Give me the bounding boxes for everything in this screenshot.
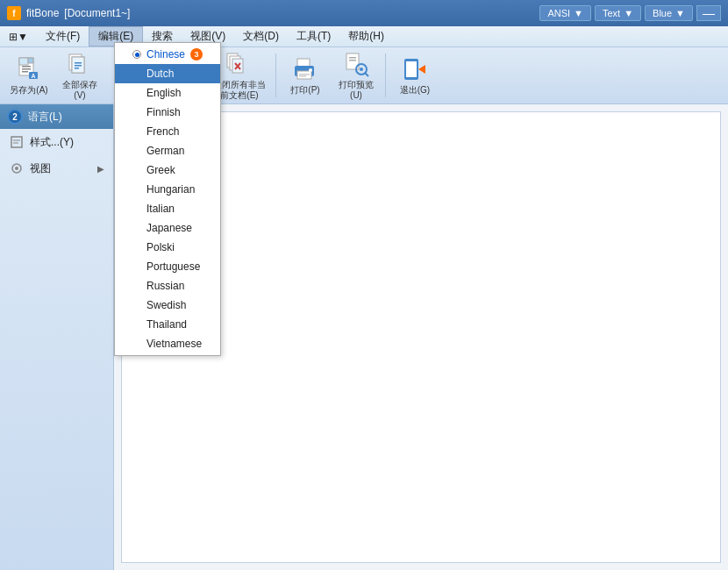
svg-rect-1 bbox=[19, 58, 28, 65]
language-dropdown-menu: Chinese 3 Dutch English Finnish French G… bbox=[114, 42, 221, 356]
toolbar-exit-label: 退出(G) bbox=[400, 85, 430, 96]
svg-rect-35 bbox=[299, 75, 306, 77]
sidebar-item-view[interactable]: 视图 ▶ bbox=[0, 155, 113, 182]
mode-dropdown[interactable]: Text ▼ bbox=[595, 5, 641, 21]
lang-chinese[interactable]: Chinese 3 bbox=[115, 45, 220, 64]
greek-label: Greek bbox=[146, 164, 175, 176]
sidebar-header: 2 语言(L) bbox=[0, 104, 113, 129]
portuguese-label: Portuguese bbox=[146, 260, 200, 273]
theme-dropdown[interactable]: Blue ▼ bbox=[645, 5, 693, 21]
toolbar-print-label: 打印(P) bbox=[290, 85, 319, 96]
lang-german[interactable]: German bbox=[115, 141, 220, 160]
title-bar-controls: ANSI ▼ Text ▼ Blue ▼ — bbox=[539, 5, 721, 21]
toolbar-save-all-label: 全部保存(V) bbox=[60, 80, 100, 101]
svg-rect-4 bbox=[22, 68, 31, 70]
menu-file[interactable]: 文件(F) bbox=[37, 26, 89, 46]
svg-marker-2 bbox=[28, 58, 33, 63]
german-label: German bbox=[146, 145, 184, 157]
menu-grid[interactable]: ⊞▼ bbox=[0, 26, 37, 46]
encoding-dropdown[interactable]: ANSI ▼ bbox=[539, 5, 591, 21]
print-icon bbox=[291, 55, 319, 83]
chinese-badge: 3 bbox=[190, 48, 203, 61]
close-unsaved-icon bbox=[225, 50, 253, 78]
italian-label: Italian bbox=[146, 203, 175, 215]
app-icon: f bbox=[7, 6, 21, 20]
lang-japanese[interactable]: Japanese bbox=[115, 218, 220, 238]
lang-finnish[interactable]: Finnish bbox=[115, 103, 220, 122]
svg-marker-44 bbox=[418, 65, 425, 74]
styles-icon bbox=[9, 134, 25, 150]
sidebar-header-label: 语言(L) bbox=[28, 110, 62, 125]
polski-label: Polski bbox=[146, 241, 175, 253]
svg-text:A: A bbox=[31, 73, 35, 79]
lang-hungarian[interactable]: Hungarian bbox=[115, 180, 220, 199]
menu-help[interactable]: 帮助(H) bbox=[339, 26, 393, 46]
svg-line-40 bbox=[365, 73, 368, 76]
toolbar-save-all-button[interactable]: 全部保存(V) bbox=[56, 51, 103, 100]
lang-thailand[interactable]: Thailand bbox=[115, 315, 220, 334]
chinese-radio bbox=[132, 50, 141, 59]
lang-swedish[interactable]: Swedish bbox=[115, 296, 220, 315]
toolbar-print-preview-button[interactable]: 打印预览(U) bbox=[332, 51, 380, 100]
sidebar-view-arrow: ▶ bbox=[97, 164, 104, 174]
svg-rect-11 bbox=[75, 62, 82, 64]
lang-english[interactable]: English bbox=[115, 83, 220, 103]
svg-rect-13 bbox=[75, 68, 79, 69]
japanese-label: Japanese bbox=[146, 222, 192, 234]
toolbar-print-preview-label: 打印预览(U) bbox=[336, 80, 376, 101]
svg-rect-45 bbox=[11, 137, 22, 147]
toolbar-exit-button[interactable]: 退出(G) bbox=[391, 51, 439, 100]
exit-icon bbox=[401, 55, 429, 83]
chinese-label: Chinese bbox=[146, 48, 185, 61]
app-title: fitBone bbox=[26, 7, 59, 19]
svg-rect-43 bbox=[406, 61, 417, 77]
svg-rect-38 bbox=[349, 60, 356, 61]
lang-french[interactable]: French bbox=[115, 122, 220, 141]
lang-portuguese[interactable]: Portuguese bbox=[115, 257, 220, 276]
doc-title: [Document1~] bbox=[64, 7, 130, 19]
svg-point-33 bbox=[309, 68, 312, 72]
lang-italian[interactable]: Italian bbox=[115, 199, 220, 218]
menu-tools[interactable]: 工具(T) bbox=[288, 26, 339, 46]
svg-rect-37 bbox=[349, 57, 356, 59]
toolbar-new-button[interactable]: A 另存为(A) bbox=[5, 51, 53, 100]
view-icon bbox=[9, 160, 25, 176]
save-all-icon bbox=[66, 50, 94, 78]
sidebar-number-badge: 2 bbox=[7, 109, 23, 125]
new-file-icon: A bbox=[15, 55, 43, 83]
lang-polski[interactable]: Polski bbox=[115, 238, 220, 257]
menu-bar: ⊞▼ 文件(F) 编辑(E) 搜索 视图(V) 文档(D) 工具(T) 帮助(H… bbox=[0, 26, 728, 47]
lang-vietnamese[interactable]: Vietnamese bbox=[115, 334, 220, 353]
hungarian-label: Hungarian bbox=[146, 183, 195, 196]
toolbar-sep-1 bbox=[275, 53, 276, 97]
sidebar-item-styles[interactable]: 样式...(Y) bbox=[0, 129, 113, 155]
english-label: English bbox=[146, 87, 181, 99]
svg-rect-3 bbox=[22, 66, 31, 68]
svg-rect-34 bbox=[299, 74, 310, 75]
svg-rect-12 bbox=[75, 65, 82, 67]
french-label: French bbox=[146, 125, 179, 138]
toolbar: A 另存为(A) 全部保存(V) bbox=[0, 47, 728, 104]
minimize-button[interactable]: — bbox=[696, 5, 721, 21]
swedish-label: Swedish bbox=[146, 299, 186, 311]
sidebar: 2 语言(L) 样式...(Y) 视图 ▶ bbox=[0, 104, 114, 570]
toolbar-print-button[interactable]: 打印(P) bbox=[282, 51, 329, 100]
menu-doc[interactable]: 文档(D) bbox=[234, 26, 288, 46]
toolbar-sep-2 bbox=[385, 53, 386, 97]
title-bar: f fitBone [Document1~] ANSI ▼ Text ▼ Blu… bbox=[0, 0, 728, 26]
lang-greek[interactable]: Greek bbox=[115, 160, 220, 180]
sidebar-styles-label: 样式...(Y) bbox=[30, 135, 74, 150]
svg-rect-5 bbox=[22, 71, 28, 73]
vietnamese-label: Vietnamese bbox=[146, 338, 202, 350]
sidebar-view-label: 视图 bbox=[30, 161, 51, 176]
russian-label: Russian bbox=[146, 280, 184, 292]
finnish-label: Finnish bbox=[146, 106, 181, 118]
svg-point-41 bbox=[360, 68, 363, 71]
svg-point-49 bbox=[15, 167, 18, 170]
print-preview-icon bbox=[342, 50, 370, 78]
lang-russian[interactable]: Russian bbox=[115, 276, 220, 296]
toolbar-new-label: 另存为(A) bbox=[10, 85, 47, 96]
lang-dutch[interactable]: Dutch bbox=[115, 64, 220, 83]
thailand-label: Thailand bbox=[146, 318, 187, 331]
dutch-label: Dutch bbox=[146, 68, 174, 80]
